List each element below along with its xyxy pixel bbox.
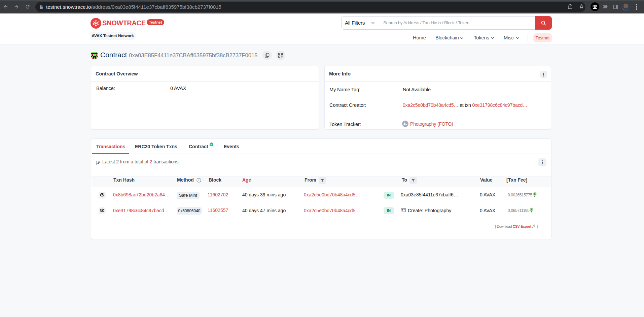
svg-text:$: $ bbox=[534, 192, 535, 195]
svg-text:$: $ bbox=[531, 208, 532, 211]
